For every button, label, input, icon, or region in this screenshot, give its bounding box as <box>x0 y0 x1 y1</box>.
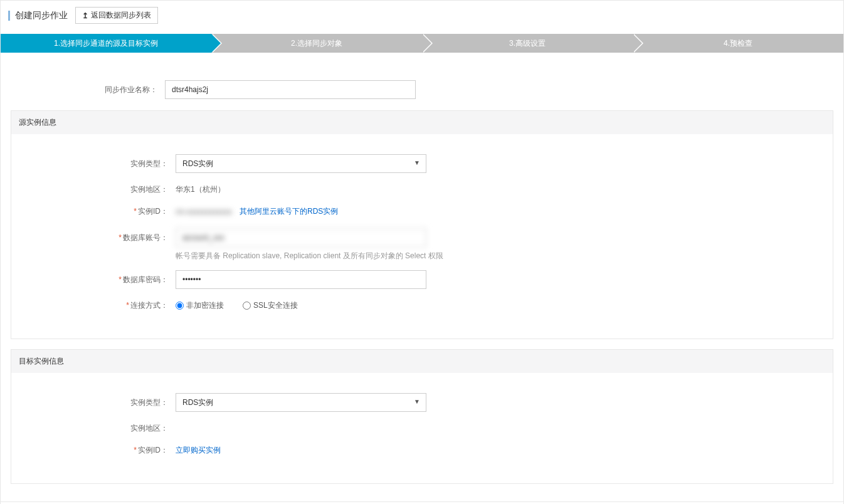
step-nav: 1.选择同步通道的源及目标实例 2.选择同步对象 3.高级设置 4.预检查 <box>1 34 843 53</box>
conn-mode-nonssl-label: 非加密连接 <box>186 300 224 311</box>
page-title: 创建同步作业 <box>15 10 68 21</box>
db-account-label: *数据库账号： <box>11 233 168 243</box>
source-instance-type-label: 实例类型： <box>11 159 168 169</box>
step-4-label: 4.预检查 <box>724 39 752 48</box>
conn-mode-ssl-label: SSL安全连接 <box>253 300 298 311</box>
step-2-label: 2.选择同步对象 <box>291 39 342 48</box>
source-panel: 源实例信息 实例类型： RDS实例 实例地区： 华东1 <box>11 110 833 339</box>
conn-mode-ssl-radio[interactable] <box>243 302 251 310</box>
page-container: 创建同步作业 ↥ 返回数据同步列表 1.选择同步通道的源及目标实例 2.选择同步… <box>0 0 844 504</box>
target-panel-body: 实例类型： RDS实例 实例地区： <box>11 373 833 483</box>
conn-mode-ssl[interactable]: SSL安全连接 <box>243 300 298 311</box>
step-2[interactable]: 2.选择同步对象 <box>211 34 422 53</box>
body-area: 同步作业名称： 源实例信息 实例类型： RDS实例 <box>1 53 843 484</box>
target-panel-title: 目标实例信息 <box>11 350 833 373</box>
source-instance-type-select[interactable]: RDS实例 <box>176 154 426 173</box>
footer-bar: 取消 授权白名单并进入下一步 <box>1 501 843 504</box>
other-rds-link[interactable]: 其他阿里云账号下的RDS实例 <box>240 206 338 217</box>
conn-mode-radio-group: 非加密连接 SSL安全连接 <box>168 300 309 311</box>
source-region-value: 华东1（杭州） <box>176 184 225 195</box>
target-region-label: 实例地区： <box>11 423 168 434</box>
step-1-label: 1.选择同步通道的源及目标实例 <box>54 39 158 48</box>
buy-instance-link[interactable]: 立即购买实例 <box>176 445 221 456</box>
step-3-label: 3.高级设置 <box>509 39 546 48</box>
step-4[interactable]: 4.预检查 <box>633 34 843 53</box>
db-password-input[interactable] <box>176 270 426 289</box>
conn-mode-label: *连接方式： <box>11 300 168 311</box>
step-3[interactable]: 3.高级设置 <box>422 34 633 53</box>
back-button[interactable]: ↥ 返回数据同步列表 <box>75 7 158 24</box>
db-account-hint: 帐号需要具备 Replication slave, Replication cl… <box>176 251 833 261</box>
target-instance-id-label: *实例ID： <box>11 445 168 456</box>
db-password-label: *数据库密码： <box>11 275 168 285</box>
target-instance-type-select[interactable]: RDS实例 <box>176 393 426 412</box>
db-account-input[interactable] <box>176 228 426 247</box>
target-instance-type-label: 实例类型： <box>11 397 168 408</box>
header-bar: 创建同步作业 ↥ 返回数据同步列表 <box>1 1 843 30</box>
source-instance-id-value: rm-xxxxxxxxxxxx <box>176 207 232 216</box>
job-name-label: 同步作业名称： <box>1 85 157 95</box>
back-button-label: 返回数据同步列表 <box>91 10 151 21</box>
conn-mode-nonssl-radio[interactable] <box>176 302 184 310</box>
source-panel-title: 源实例信息 <box>11 111 833 134</box>
conn-mode-nonssl[interactable]: 非加密连接 <box>176 300 224 311</box>
upload-arrow-icon: ↥ <box>82 11 88 20</box>
source-instance-id-label: *实例ID： <box>11 206 168 217</box>
header-accent <box>8 11 10 21</box>
target-panel: 目标实例信息 实例类型： RDS实例 实例地区： <box>11 349 833 484</box>
step-1[interactable]: 1.选择同步通道的源及目标实例 <box>1 34 211 53</box>
job-name-row: 同步作业名称： <box>1 80 843 99</box>
job-name-input[interactable] <box>165 80 416 99</box>
source-panel-body: 实例类型： RDS实例 实例地区： 华东1（杭州） <box>11 134 833 339</box>
source-region-label: 实例地区： <box>11 184 168 195</box>
